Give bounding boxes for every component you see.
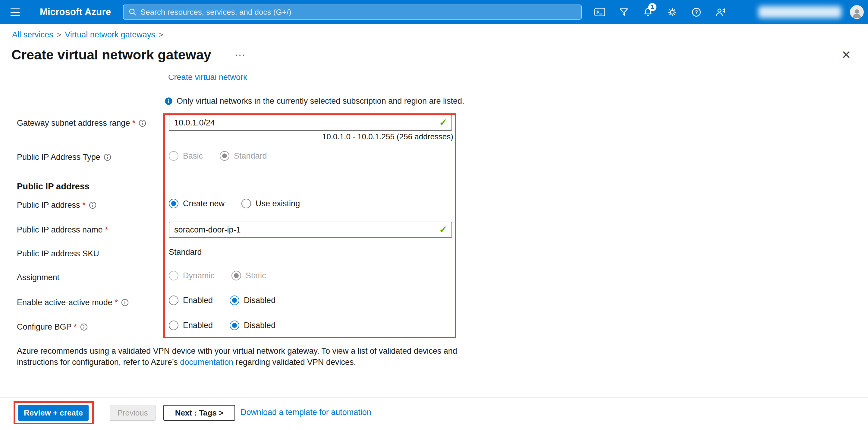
info-icon[interactable] [138,119,146,127]
vpn-device-note: Azure recommends using a validated VPN d… [17,346,466,368]
radio-create-new[interactable]: Create new [169,199,224,208]
section-header-public-ip: Public IP address [17,181,90,192]
label-public-ip-sku: Public IP address SKU [17,249,99,258]
settings-gear-icon[interactable] [664,4,681,21]
public-ip-sku-value: Standard [169,248,202,257]
svg-text:?: ? [695,9,698,15]
info-icon[interactable] [89,201,96,209]
label-configure-bgp: Configure BGP [17,322,88,332]
breadcrumb-separator: > [57,30,61,39]
review-create-button[interactable]: Review + create [18,405,89,421]
subnet-range-helper-text: 10.0.1.0 - 10.0.1.255 (256 addresses) [169,132,453,141]
radio-basic[interactable]: Basic [169,151,203,161]
previous-button[interactable]: Previous [110,405,156,421]
info-icon[interactable] [121,299,129,306]
radio-icon [169,295,179,305]
notifications-bell-icon[interactable]: 1 [640,4,656,21]
topbar-icon-group: 1 ? [591,4,729,21]
azure-brand[interactable]: Microsoft Azure [40,0,111,24]
radio-active-enabled[interactable]: Enabled [169,295,213,305]
breadcrumb-all-services[interactable]: All services [12,30,53,39]
radio-use-existing[interactable]: Use existing [241,199,300,208]
radio-standard[interactable]: Standard [220,151,267,161]
azure-portal-page: Microsoft Azure 1 ? [0,0,868,430]
search-input[interactable] [141,7,576,17]
label-gateway-subnet-range: Gateway subnet address range [17,118,146,128]
radio-icon [220,151,229,161]
notification-count-badge: 1 [648,3,656,11]
public-ip-name-field: ✓ [169,222,452,238]
footer-divider [0,397,868,398]
radio-icon [241,199,251,208]
radio-icon [169,151,179,161]
avatar[interactable] [850,5,864,19]
public-ip-name-input[interactable] [169,222,452,238]
public-ip-address-radio-group: Create new Use existing [169,198,300,209]
info-icon[interactable] [80,323,88,331]
help-question-icon[interactable]: ? [688,4,705,21]
radio-active-disabled[interactable]: Disabled [230,295,276,305]
radio-bgp-enabled[interactable]: Enabled [169,320,213,330]
public-ip-type-radio-group: Basic Standard [169,150,267,161]
radio-icon [230,320,239,330]
more-menu-icon[interactable]: … [235,46,246,58]
cloud-shell-icon[interactable] [591,4,608,21]
global-search-box[interactable] [123,4,582,20]
radio-bgp-disabled[interactable]: Disabled [230,320,276,330]
label-active-active-mode: Enable active-active mode [17,298,129,307]
label-assignment: Assignment [17,273,59,282]
label-public-ip-address: Public IP address [17,201,96,210]
radio-icon [231,271,241,281]
gateway-subnet-input[interactable] [169,115,452,131]
account-name-redacted[interactable] [758,6,841,18]
breadcrumb-separator: > [159,30,163,39]
assignment-radio-group: Dynamic Static [169,270,266,281]
create-virtual-network-link[interactable]: Create virtual network [168,76,295,82]
breadcrumb: All services > Virtual network gateways … [12,30,163,39]
info-text: Only virtual networks in the currently s… [177,96,464,106]
valid-check-icon: ✓ [439,224,447,235]
radio-icon [169,271,179,281]
label-public-ip-type: Public IP Address Type [17,152,111,162]
page-title: Create virtual network gateway [11,47,211,63]
feedback-person-icon[interactable] [712,4,729,21]
clipped-link-wrap: Create virtual network [168,76,295,83]
search-icon [128,8,137,16]
subscription-info-note: Only virtual networks in the currently s… [164,96,464,106]
active-active-radio-group: Enabled Disabled [169,295,276,306]
label-public-ip-name: Public IP address name [17,225,108,235]
bgp-radio-group: Enabled Disabled [169,320,276,331]
info-icon [164,97,173,105]
radio-icon [169,199,179,208]
hamburger-menu-icon[interactable] [7,4,24,21]
gateway-subnet-field: ✓ [169,115,452,131]
close-icon[interactable]: ✕ [841,48,851,61]
valid-check-icon: ✓ [439,117,447,128]
next-tags-button[interactable]: Next : Tags > [163,405,235,421]
radio-static[interactable]: Static [231,271,266,281]
documentation-link[interactable]: documentation [180,357,233,367]
top-nav-bar: Microsoft Azure 1 ? [0,0,868,24]
breadcrumb-virtual-network-gateways[interactable]: Virtual network gateways [65,30,155,39]
info-icon[interactable] [104,153,111,161]
radio-dynamic[interactable]: Dynamic [169,271,215,281]
download-template-link[interactable]: Download a template for automation [241,408,371,417]
radio-icon [230,295,239,305]
directory-filter-icon[interactable] [615,4,632,21]
radio-icon [169,320,179,330]
